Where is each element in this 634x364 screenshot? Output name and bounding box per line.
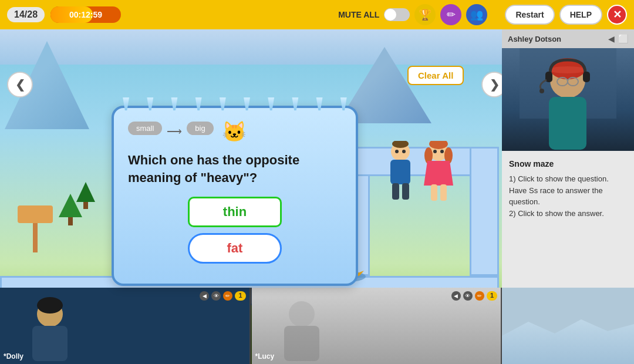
- right-panel-bottom: [502, 288, 634, 364]
- icicle-10: [338, 97, 349, 110]
- bottom-camera-strip: ◀ 👁 ✏ 1 *Dolly ◀ 👁 ✏ 1: [0, 288, 502, 364]
- category-row: small ⟶ big 🐱: [128, 120, 342, 143]
- icicle-4: [193, 97, 204, 110]
- svg-point-30: [549, 66, 586, 73]
- camera-lucy-score: 1: [487, 291, 497, 301]
- svg-point-15: [440, 150, 444, 153]
- restart-button[interactable]: Restart: [505, 5, 554, 25]
- snow-terrain: [502, 317, 634, 364]
- svg-point-24: [289, 301, 315, 327]
- teacher-name: Ashley Dotson: [508, 35, 561, 43]
- toggle-knob: [385, 9, 396, 21]
- mute-toggle[interactable]: [384, 8, 410, 21]
- category-start: small: [128, 122, 162, 135]
- camera-lucy-label: *Lucy: [255, 352, 275, 360]
- svg-point-5: [395, 150, 399, 153]
- tree-2: [76, 182, 95, 209]
- tree-trunk-2: [83, 202, 88, 209]
- icicle-9: [314, 97, 325, 110]
- pencil-button[interactable]: ✏: [440, 4, 461, 25]
- icicle-1: [121, 97, 131, 110]
- snow-top-bg: [0, 29, 502, 65]
- svg-rect-13: [440, 184, 447, 201]
- character-boy: [385, 141, 417, 211]
- svg-point-23: [37, 297, 63, 314]
- camera-dolly-label: *Dolly: [4, 352, 23, 360]
- ice-decoration: [114, 97, 356, 110]
- instructions-box: Snow maze 1) Click to show the question.…: [502, 151, 634, 288]
- category-end: big: [187, 122, 213, 135]
- right-panel: Ashley Dotson ◀ ⬜: [502, 29, 634, 364]
- character-girl: [423, 141, 455, 211]
- tree-top-2: [76, 182, 95, 202]
- icicle-3: [169, 97, 180, 110]
- camera-lucy-icons: ◀ 👁 ✏ 1: [451, 291, 497, 301]
- svg-rect-36: [583, 72, 590, 82]
- tree-trunk-1: [68, 217, 73, 225]
- sign-pole: [33, 223, 38, 252]
- camera-lucy-mute-icon: ◀: [451, 291, 461, 301]
- instructions-text: 1) Click to show the question. Have Ss r…: [509, 173, 627, 219]
- top-bar: 14/28 00:12:59 MUTE ALL 🏆 ✏ 👥 Restart HE…: [0, 0, 634, 29]
- teacher-person-svg: [520, 48, 616, 151]
- mute-label: MUTE ALL: [338, 10, 379, 19]
- category-arrow-icon: ⟶: [167, 125, 182, 138]
- camera-dolly-score: 1: [235, 291, 245, 301]
- top-right-buttons: Restart HELP ✕: [505, 5, 627, 25]
- question-card: small ⟶ big 🐱 Which one has the opposite…: [112, 106, 358, 286]
- clear-all-button[interactable]: Clear All: [407, 66, 464, 85]
- timer-bar: 00:12:59: [50, 6, 121, 23]
- camera-dolly: ◀ 👁 ✏ 1 *Dolly: [0, 288, 251, 364]
- camera-lucy: ◀ 👁 ✏ 1 *Lucy: [252, 288, 503, 364]
- close-button[interactable]: ✕: [607, 5, 627, 25]
- maze-path-v2: [470, 147, 499, 276]
- characters-group: [385, 141, 455, 211]
- svg-point-6: [402, 150, 406, 153]
- teacher-expand-icon: ⬜: [618, 34, 628, 43]
- answer-fat-button[interactable]: fat: [188, 233, 282, 264]
- nav-right-button[interactable]: ❯: [481, 72, 502, 97]
- trophy-button[interactable]: 🏆: [414, 4, 436, 25]
- character-boy-svg: [385, 141, 417, 211]
- teacher-arrow-icon: ◀: [608, 34, 615, 43]
- camera-lucy-video-icon: 👁: [463, 291, 473, 301]
- svg-rect-25: [284, 326, 319, 361]
- svg-rect-3: [392, 183, 399, 200]
- score-display: 14/28: [7, 7, 45, 22]
- svg-rect-34: [549, 97, 586, 150]
- icicle-7: [266, 97, 276, 110]
- camera-dolly-video-icon: 👁: [211, 291, 221, 301]
- svg-marker-11: [424, 161, 453, 186]
- icicle-6: [242, 97, 252, 110]
- timer-text: 00:12:59: [50, 10, 121, 19]
- camera-dolly-icons: ◀ 👁 ✏ 1: [200, 291, 245, 301]
- svg-point-37: [539, 89, 544, 93]
- nav-left-button[interactable]: ❮: [7, 72, 33, 97]
- answer-thin-button[interactable]: thin: [188, 197, 282, 227]
- svg-rect-22: [32, 326, 68, 361]
- teacher-video: [502, 48, 634, 151]
- game-area: ❮ ❯ Clear All: [0, 29, 502, 364]
- question-text: Which one has the opposite meaning of "h…: [128, 151, 342, 186]
- main-area: ❮ ❯ Clear All: [0, 29, 634, 364]
- camera-lucy-pencil-icon: ✏: [475, 291, 484, 301]
- svg-rect-2: [390, 160, 410, 184]
- sign-post: [18, 205, 53, 252]
- icicle-5: [217, 97, 228, 110]
- instructions-title: Snow maze: [509, 159, 627, 168]
- sign-board: [18, 205, 53, 223]
- people-button[interactable]: 👥: [466, 4, 487, 25]
- icicle-8: [290, 97, 301, 110]
- camera-dolly-mute-icon: ◀: [200, 291, 209, 301]
- teacher-header: Ashley Dotson ◀ ⬜: [502, 29, 634, 48]
- character-girl-svg: [423, 141, 455, 211]
- mascot-icon: 🐱: [222, 120, 247, 143]
- icicle-2: [145, 97, 156, 110]
- help-button[interactable]: HELP: [559, 5, 602, 25]
- lucy-person-svg: [264, 294, 340, 364]
- mute-section: MUTE ALL 🏆 ✏ 👥: [338, 4, 487, 25]
- svg-rect-4: [402, 183, 409, 200]
- svg-rect-12: [431, 184, 437, 201]
- camera-dolly-pencil-icon: ✏: [223, 291, 232, 301]
- svg-point-14: [433, 150, 437, 153]
